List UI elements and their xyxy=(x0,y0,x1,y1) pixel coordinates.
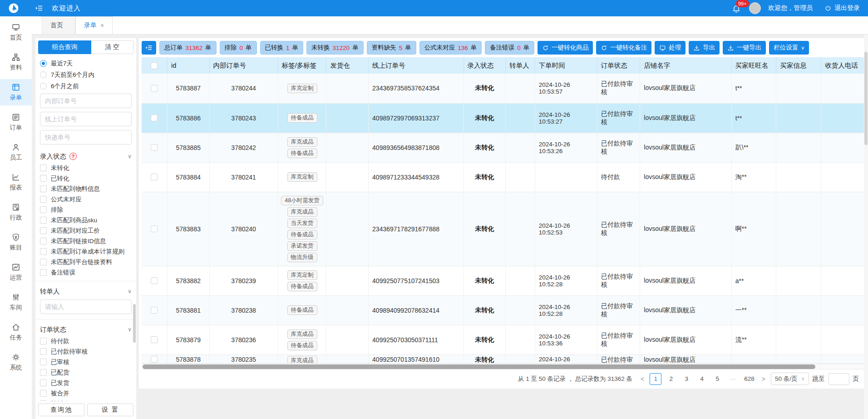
order-status-checkbox[interactable]: 已付款待审核 xyxy=(40,346,132,357)
select-all-checkbox[interactable] xyxy=(151,62,158,69)
toggle-filter-button[interactable] xyxy=(142,41,156,55)
transfer-person-input[interactable] xyxy=(40,299,132,314)
toolbar-action-button[interactable]: 处理 xyxy=(655,41,686,55)
collapse-menu-icon[interactable] xyxy=(35,4,44,13)
sidebar-item[interactable]: 资料 xyxy=(0,49,32,75)
entry-status-checkbox[interactable]: 已转化 xyxy=(40,173,132,184)
sidebar-item-label: 任务 xyxy=(10,334,22,342)
toolbar-action-button[interactable]: 导出 xyxy=(689,41,720,55)
page-number[interactable]: ··· xyxy=(727,373,739,385)
sidebar-item[interactable]: 报表 xyxy=(0,169,32,195)
entry-status-checkbox[interactable]: 未匹配到对应工价 xyxy=(40,225,132,236)
row-checkbox[interactable] xyxy=(151,225,158,232)
date-range-radio[interactable]: 7天前至6个月内 xyxy=(40,69,132,80)
sidebar-item[interactable]: 系统 xyxy=(0,349,32,375)
stat-badge[interactable]: 排除 0 单 xyxy=(220,41,257,55)
entry-status-checkbox[interactable]: 未转化 xyxy=(40,163,132,173)
checkbox-icon xyxy=(40,269,47,276)
page-size-select[interactable]: 50 条/页 ∨ xyxy=(771,373,809,385)
cell-tags: 待备成品 xyxy=(282,113,323,123)
combined-query-button[interactable]: 组合查询 xyxy=(38,40,91,54)
stat-badge[interactable]: 总订单 31362 单 xyxy=(159,41,217,55)
cell-online-order-no: 4098940992078632414 xyxy=(372,307,460,314)
sidebar-item[interactable]: 订单 xyxy=(0,109,32,135)
row-checkbox[interactable] xyxy=(151,277,158,284)
filter-settings-button[interactable]: 设 置 xyxy=(87,404,133,416)
order-status-checkbox[interactable]: 待付款 xyxy=(40,336,132,346)
stat-badge[interactable]: 已转换 1 单 xyxy=(260,41,304,55)
cell-internal-order-no: 3780242 xyxy=(213,144,274,151)
sidebar-item[interactable]: 首页 xyxy=(0,19,32,45)
page-number[interactable]: 4 xyxy=(696,373,708,385)
toolbar-action-button[interactable]: 栏位设置 ∨ xyxy=(769,41,809,55)
row-checkbox[interactable] xyxy=(151,85,158,92)
stat-label: 排除 xyxy=(225,44,237,52)
toolbar-action-button[interactable]: 一键转化备注 xyxy=(596,41,651,55)
notification-bell[interactable]: 99+ xyxy=(732,3,742,13)
logout-button[interactable]: 退出登录 xyxy=(824,4,860,12)
help-icon[interactable]: ? xyxy=(69,153,77,160)
toolbar-action-button[interactable]: 一键导出 xyxy=(723,41,766,55)
stat-badge[interactable]: 备注错误 0 单 xyxy=(485,41,534,55)
sidebar-item[interactable]: 车间 xyxy=(0,289,32,315)
avatar[interactable] xyxy=(749,2,761,14)
order-number-input[interactable] xyxy=(40,130,132,145)
jump-page-input[interactable] xyxy=(829,373,849,385)
page-number[interactable]: 5 xyxy=(711,373,723,385)
entry-status-checkbox[interactable]: 未匹配到物料信息 xyxy=(40,184,132,194)
entry-status-checkbox[interactable]: 备注错误 xyxy=(40,267,132,278)
row-checkbox[interactable] xyxy=(151,144,158,151)
order-status-checkbox[interactable]: 被合并 xyxy=(40,388,132,399)
clear-button[interactable]: 清 空 xyxy=(91,40,133,54)
row-checkbox[interactable] xyxy=(151,174,158,180)
stat-badge[interactable]: 未转换 31220 单 xyxy=(306,41,364,55)
sidebar-item-icon xyxy=(11,323,20,332)
tab[interactable]: 录单 × xyxy=(75,16,113,34)
page-number[interactable]: 1 xyxy=(650,373,661,385)
prev-page-button[interactable]: < xyxy=(639,375,646,383)
chevron-down-icon[interactable]: ∨ xyxy=(128,153,132,160)
stat-badge[interactable]: 资料缺失 5 单 xyxy=(367,41,416,55)
query-pool-button[interactable]: 查询池 xyxy=(38,404,84,416)
entry-status-checkbox[interactable]: 排除 xyxy=(40,205,132,215)
sidebar-item-icon xyxy=(11,23,20,32)
sidebar-item[interactable]: 账目 xyxy=(0,229,32,255)
entry-status-checkbox[interactable]: 未匹配到订单成本计算规则 xyxy=(40,246,132,257)
sidebar-item[interactable]: 运营 xyxy=(0,259,32,285)
order-number-input[interactable] xyxy=(40,94,132,108)
sidebar-item[interactable]: 任务 xyxy=(0,319,32,345)
cell-online-order-no: 4098972997069313237 xyxy=(372,115,460,122)
row-checkbox[interactable] xyxy=(151,356,158,363)
sidebar-item[interactable]: 员工 xyxy=(0,139,32,165)
tab-close-icon[interactable]: × xyxy=(100,22,104,29)
entry-status-checkbox[interactable]: 公式未对应 xyxy=(40,194,132,205)
entry-status-checkbox[interactable]: 未匹配到平台链接资料 xyxy=(40,257,132,267)
page-number[interactable]: 3 xyxy=(681,373,692,385)
horizontal-scrollbar-thumb[interactable] xyxy=(143,364,815,369)
sidebar-item[interactable]: 录单 xyxy=(0,79,32,105)
page-number[interactable]: 2 xyxy=(665,373,677,385)
order-status-checkbox[interactable]: 已审核 xyxy=(40,357,132,367)
filter-scrollbar[interactable] xyxy=(133,304,136,343)
order-status-checkbox[interactable]: 已配货 xyxy=(40,367,132,378)
order-status-checkbox[interactable]: 已发货 xyxy=(40,378,132,388)
order-number-input[interactable] xyxy=(40,112,132,126)
stat-badge[interactable]: 公式未对应 136 单 xyxy=(419,41,482,55)
date-range-radio[interactable]: 最近7天 xyxy=(40,58,132,69)
chevron-down-icon[interactable]: ∨ xyxy=(128,326,132,333)
vertical-scrollbar-thumb[interactable] xyxy=(864,52,868,145)
date-range-radio[interactable]: 6个月之前 xyxy=(40,80,132,92)
toolbar-action-button[interactable]: 一键转化商品 xyxy=(538,41,593,55)
entry-status-checkbox[interactable]: 未匹配到链接ID信息 xyxy=(40,236,132,246)
row-checkbox[interactable] xyxy=(151,307,158,314)
entry-status-checkbox[interactable]: 未匹配到商品sku xyxy=(40,215,132,225)
sidebar-item-label: 运营 xyxy=(10,274,22,282)
next-page-button[interactable]: > xyxy=(760,375,767,383)
tab[interactable]: 首页 xyxy=(42,16,75,34)
cell-receiver-phone xyxy=(825,356,861,363)
row-checkbox[interactable] xyxy=(151,115,158,121)
chevron-down-icon[interactable]: ∨ xyxy=(128,288,132,294)
row-checkbox[interactable] xyxy=(151,336,158,343)
page-number[interactable]: 628 xyxy=(742,373,756,385)
sidebar-item[interactable]: 行政 xyxy=(0,199,32,225)
